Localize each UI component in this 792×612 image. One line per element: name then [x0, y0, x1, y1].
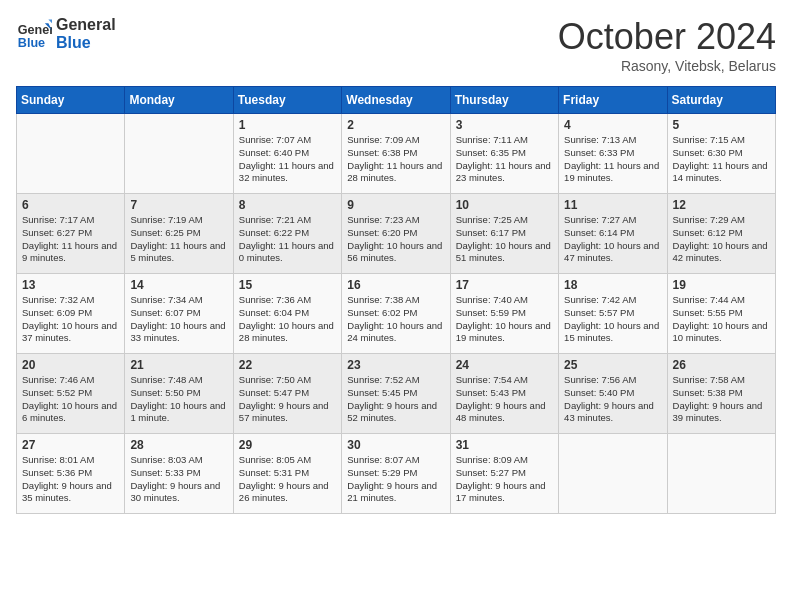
calendar-cell: 19Sunrise: 7:44 AM Sunset: 5:55 PM Dayli… [667, 274, 775, 354]
calendar-cell: 3Sunrise: 7:11 AM Sunset: 6:35 PM Daylig… [450, 114, 558, 194]
calendar-cell: 11Sunrise: 7:27 AM Sunset: 6:14 PM Dayli… [559, 194, 667, 274]
day-info: Sunrise: 8:05 AM Sunset: 5:31 PM Dayligh… [239, 454, 336, 505]
calendar-cell: 26Sunrise: 7:58 AM Sunset: 5:38 PM Dayli… [667, 354, 775, 434]
day-number: 28 [130, 438, 227, 452]
day-number: 12 [673, 198, 770, 212]
calendar-week-row: 27Sunrise: 8:01 AM Sunset: 5:36 PM Dayli… [17, 434, 776, 514]
calendar-table: SundayMondayTuesdayWednesdayThursdayFrid… [16, 86, 776, 514]
calendar-cell: 22Sunrise: 7:50 AM Sunset: 5:47 PM Dayli… [233, 354, 341, 434]
weekday-header: Monday [125, 87, 233, 114]
calendar-cell: 23Sunrise: 7:52 AM Sunset: 5:45 PM Dayli… [342, 354, 450, 434]
calendar-cell: 2Sunrise: 7:09 AM Sunset: 6:38 PM Daylig… [342, 114, 450, 194]
day-info: Sunrise: 7:19 AM Sunset: 6:25 PM Dayligh… [130, 214, 227, 265]
day-info: Sunrise: 7:38 AM Sunset: 6:02 PM Dayligh… [347, 294, 444, 345]
calendar-cell [125, 114, 233, 194]
calendar-cell: 17Sunrise: 7:40 AM Sunset: 5:59 PM Dayli… [450, 274, 558, 354]
calendar-cell [17, 114, 125, 194]
month-title: October 2024 [558, 16, 776, 58]
calendar-cell [559, 434, 667, 514]
calendar-week-row: 6Sunrise: 7:17 AM Sunset: 6:27 PM Daylig… [17, 194, 776, 274]
calendar-cell: 15Sunrise: 7:36 AM Sunset: 6:04 PM Dayli… [233, 274, 341, 354]
day-info: Sunrise: 7:32 AM Sunset: 6:09 PM Dayligh… [22, 294, 119, 345]
calendar-cell: 16Sunrise: 7:38 AM Sunset: 6:02 PM Dayli… [342, 274, 450, 354]
calendar-cell [667, 434, 775, 514]
day-info: Sunrise: 7:23 AM Sunset: 6:20 PM Dayligh… [347, 214, 444, 265]
day-number: 14 [130, 278, 227, 292]
calendar-cell: 8Sunrise: 7:21 AM Sunset: 6:22 PM Daylig… [233, 194, 341, 274]
day-number: 22 [239, 358, 336, 372]
logo-general: General [56, 16, 116, 34]
day-info: Sunrise: 7:52 AM Sunset: 5:45 PM Dayligh… [347, 374, 444, 425]
day-number: 9 [347, 198, 444, 212]
day-info: Sunrise: 8:03 AM Sunset: 5:33 PM Dayligh… [130, 454, 227, 505]
calendar-cell: 29Sunrise: 8:05 AM Sunset: 5:31 PM Dayli… [233, 434, 341, 514]
calendar-cell: 30Sunrise: 8:07 AM Sunset: 5:29 PM Dayli… [342, 434, 450, 514]
day-number: 10 [456, 198, 553, 212]
calendar-cell: 5Sunrise: 7:15 AM Sunset: 6:30 PM Daylig… [667, 114, 775, 194]
calendar-cell: 24Sunrise: 7:54 AM Sunset: 5:43 PM Dayli… [450, 354, 558, 434]
day-info: Sunrise: 7:09 AM Sunset: 6:38 PM Dayligh… [347, 134, 444, 185]
day-info: Sunrise: 7:50 AM Sunset: 5:47 PM Dayligh… [239, 374, 336, 425]
weekday-header: Friday [559, 87, 667, 114]
day-info: Sunrise: 7:17 AM Sunset: 6:27 PM Dayligh… [22, 214, 119, 265]
calendar-week-row: 13Sunrise: 7:32 AM Sunset: 6:09 PM Dayli… [17, 274, 776, 354]
calendar-cell: 1Sunrise: 7:07 AM Sunset: 6:40 PM Daylig… [233, 114, 341, 194]
calendar-cell: 12Sunrise: 7:29 AM Sunset: 6:12 PM Dayli… [667, 194, 775, 274]
weekday-header: Tuesday [233, 87, 341, 114]
day-info: Sunrise: 7:36 AM Sunset: 6:04 PM Dayligh… [239, 294, 336, 345]
day-info: Sunrise: 7:07 AM Sunset: 6:40 PM Dayligh… [239, 134, 336, 185]
day-number: 21 [130, 358, 227, 372]
day-number: 8 [239, 198, 336, 212]
title-block: October 2024 Rasony, Vitebsk, Belarus [558, 16, 776, 74]
day-info: Sunrise: 7:40 AM Sunset: 5:59 PM Dayligh… [456, 294, 553, 345]
day-info: Sunrise: 8:01 AM Sunset: 5:36 PM Dayligh… [22, 454, 119, 505]
calendar-cell: 13Sunrise: 7:32 AM Sunset: 6:09 PM Dayli… [17, 274, 125, 354]
day-info: Sunrise: 7:58 AM Sunset: 5:38 PM Dayligh… [673, 374, 770, 425]
calendar-cell: 20Sunrise: 7:46 AM Sunset: 5:52 PM Dayli… [17, 354, 125, 434]
day-number: 4 [564, 118, 661, 132]
day-info: Sunrise: 7:44 AM Sunset: 5:55 PM Dayligh… [673, 294, 770, 345]
day-number: 17 [456, 278, 553, 292]
day-info: Sunrise: 7:11 AM Sunset: 6:35 PM Dayligh… [456, 134, 553, 185]
day-info: Sunrise: 8:09 AM Sunset: 5:27 PM Dayligh… [456, 454, 553, 505]
weekday-header: Wednesday [342, 87, 450, 114]
day-number: 13 [22, 278, 119, 292]
day-number: 26 [673, 358, 770, 372]
day-info: Sunrise: 7:48 AM Sunset: 5:50 PM Dayligh… [130, 374, 227, 425]
day-number: 27 [22, 438, 119, 452]
calendar-cell: 27Sunrise: 8:01 AM Sunset: 5:36 PM Dayli… [17, 434, 125, 514]
calendar-week-row: 1Sunrise: 7:07 AM Sunset: 6:40 PM Daylig… [17, 114, 776, 194]
calendar-cell: 9Sunrise: 7:23 AM Sunset: 6:20 PM Daylig… [342, 194, 450, 274]
day-number: 1 [239, 118, 336, 132]
logo: General Blue General Blue [16, 16, 116, 52]
day-number: 7 [130, 198, 227, 212]
day-info: Sunrise: 7:42 AM Sunset: 5:57 PM Dayligh… [564, 294, 661, 345]
day-number: 23 [347, 358, 444, 372]
day-info: Sunrise: 7:21 AM Sunset: 6:22 PM Dayligh… [239, 214, 336, 265]
day-number: 30 [347, 438, 444, 452]
day-info: Sunrise: 7:34 AM Sunset: 6:07 PM Dayligh… [130, 294, 227, 345]
day-info: Sunrise: 7:56 AM Sunset: 5:40 PM Dayligh… [564, 374, 661, 425]
calendar-cell: 14Sunrise: 7:34 AM Sunset: 6:07 PM Dayli… [125, 274, 233, 354]
page-header: General Blue General Blue October 2024 R… [16, 16, 776, 74]
calendar-cell: 10Sunrise: 7:25 AM Sunset: 6:17 PM Dayli… [450, 194, 558, 274]
logo-icon: General Blue [16, 16, 52, 52]
calendar-cell: 6Sunrise: 7:17 AM Sunset: 6:27 PM Daylig… [17, 194, 125, 274]
day-number: 20 [22, 358, 119, 372]
day-number: 2 [347, 118, 444, 132]
day-number: 19 [673, 278, 770, 292]
day-number: 5 [673, 118, 770, 132]
day-number: 16 [347, 278, 444, 292]
day-info: Sunrise: 7:15 AM Sunset: 6:30 PM Dayligh… [673, 134, 770, 185]
calendar-cell: 28Sunrise: 8:03 AM Sunset: 5:33 PM Dayli… [125, 434, 233, 514]
day-number: 31 [456, 438, 553, 452]
calendar-cell: 31Sunrise: 8:09 AM Sunset: 5:27 PM Dayli… [450, 434, 558, 514]
day-number: 6 [22, 198, 119, 212]
calendar-cell: 4Sunrise: 7:13 AM Sunset: 6:33 PM Daylig… [559, 114, 667, 194]
day-number: 25 [564, 358, 661, 372]
day-info: Sunrise: 7:54 AM Sunset: 5:43 PM Dayligh… [456, 374, 553, 425]
calendar-cell: 7Sunrise: 7:19 AM Sunset: 6:25 PM Daylig… [125, 194, 233, 274]
weekday-header: Saturday [667, 87, 775, 114]
logo-blue: Blue [56, 34, 116, 52]
weekday-header: Thursday [450, 87, 558, 114]
